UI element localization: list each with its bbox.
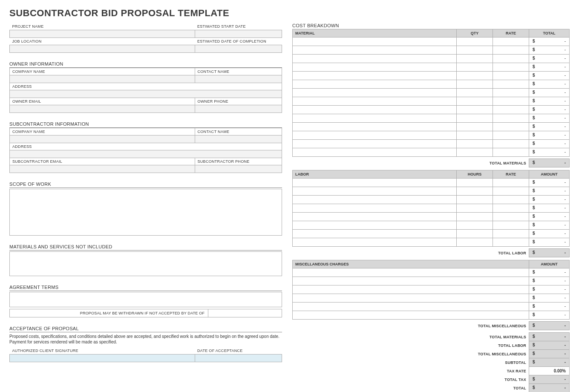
misc-desc-cell[interactable] (293, 285, 529, 294)
qty-cell[interactable] (457, 55, 493, 63)
sub-contact-input[interactable] (195, 135, 282, 143)
qty-cell[interactable] (457, 97, 493, 106)
misc-desc-cell[interactable] (293, 303, 529, 311)
material-desc-cell[interactable] (293, 123, 457, 131)
hours-cell[interactable] (457, 187, 493, 196)
agreement-input[interactable] (9, 292, 282, 307)
labor-desc-cell[interactable] (293, 196, 457, 204)
sig-date-input[interactable] (195, 355, 282, 362)
sub-email-input[interactable] (10, 165, 195, 173)
material-desc-cell[interactable] (293, 46, 457, 55)
labor-rate-cell[interactable] (493, 179, 529, 187)
rate-cell[interactable] (493, 140, 529, 148)
labor-desc-cell[interactable] (293, 179, 457, 187)
owner-phone-input[interactable] (195, 105, 282, 113)
sub-address-input[interactable] (10, 150, 282, 158)
labor-rate-cell[interactable] (493, 204, 529, 213)
qty-cell[interactable] (457, 72, 493, 80)
hours-cell[interactable] (457, 179, 493, 187)
rate-cell[interactable] (493, 131, 529, 140)
rate-cell[interactable] (493, 97, 529, 106)
misc-desc-cell[interactable] (293, 294, 529, 303)
qty-cell[interactable] (457, 63, 493, 72)
rate-cell[interactable] (493, 63, 529, 72)
project-name-input[interactable] (10, 30, 195, 38)
labor-rate-cell[interactable] (493, 238, 529, 247)
qty-cell[interactable] (457, 106, 493, 114)
table-row: $- (293, 80, 570, 89)
labor-rate-cell[interactable] (493, 221, 529, 230)
sub-company-input[interactable] (10, 135, 195, 143)
rate-cell[interactable] (493, 46, 529, 55)
qty-cell[interactable] (457, 140, 493, 148)
material-desc-cell[interactable] (293, 106, 457, 114)
labor-rate-cell[interactable] (493, 230, 529, 238)
material-desc-cell[interactable] (293, 80, 457, 89)
sub-phone-input[interactable] (195, 165, 282, 173)
owner-company-input[interactable] (10, 75, 195, 83)
owner-contact-input[interactable] (195, 75, 282, 83)
labor-desc-cell[interactable] (293, 221, 457, 230)
hours-cell[interactable] (457, 230, 493, 238)
labor-rate-cell[interactable] (493, 196, 529, 204)
rate-cell[interactable] (493, 114, 529, 123)
not-included-input[interactable] (9, 251, 282, 276)
hours-cell[interactable] (457, 221, 493, 230)
rate-cell[interactable] (493, 72, 529, 80)
withdraw-date-input[interactable] (208, 309, 282, 317)
material-desc-cell[interactable] (293, 63, 457, 72)
rate-cell[interactable] (493, 55, 529, 63)
scope-input[interactable] (9, 189, 282, 236)
labor-desc-cell[interactable] (293, 213, 457, 221)
qty-cell[interactable] (457, 89, 493, 97)
signature-input[interactable] (10, 355, 195, 362)
hours-cell[interactable] (457, 213, 493, 221)
job-location-input[interactable] (10, 45, 195, 53)
qty-cell[interactable] (457, 80, 493, 89)
material-desc-cell[interactable] (293, 55, 457, 63)
material-desc-cell[interactable] (293, 89, 457, 97)
est-start-input[interactable] (195, 30, 282, 38)
rate-cell[interactable] (493, 148, 529, 157)
labor-desc-cell[interactable] (293, 238, 457, 247)
sub-contact-label: CONTACT NAME (195, 128, 282, 135)
hours-cell[interactable] (457, 196, 493, 204)
qty-cell[interactable] (457, 37, 493, 46)
qty-cell[interactable] (457, 46, 493, 55)
qty-cell[interactable] (457, 131, 493, 140)
material-desc-cell[interactable] (293, 37, 457, 46)
material-desc-cell[interactable] (293, 72, 457, 80)
material-desc-cell[interactable] (293, 114, 457, 123)
est-complete-input[interactable] (195, 45, 282, 53)
labor-desc-cell[interactable] (293, 187, 457, 196)
labor-rate-cell[interactable] (493, 213, 529, 221)
amount-cell: $- (529, 148, 570, 157)
hours-cell[interactable] (457, 204, 493, 213)
hours-cell[interactable] (457, 238, 493, 247)
rate-cell[interactable] (493, 106, 529, 114)
misc-desc-cell[interactable] (293, 268, 529, 277)
rate-cell[interactable] (493, 37, 529, 46)
sub-company-label: COMPANY NAME (10, 128, 195, 135)
qty-cell[interactable] (457, 123, 493, 131)
owner-address-input[interactable] (10, 90, 282, 98)
labor-rate-cell[interactable] (493, 187, 529, 196)
labor-desc-cell[interactable] (293, 230, 457, 238)
rate-cell[interactable] (493, 89, 529, 97)
material-desc-cell[interactable] (293, 140, 457, 148)
material-desc-cell[interactable] (293, 131, 457, 140)
rate-cell[interactable] (493, 80, 529, 89)
misc-desc-cell[interactable] (293, 277, 529, 285)
cost-breakdown-heading: COST BREAKDOWN (292, 23, 570, 28)
amount-cell: $- (529, 89, 570, 97)
rate-cell[interactable] (493, 123, 529, 131)
material-desc-cell[interactable] (293, 148, 457, 157)
qty-cell[interactable] (457, 114, 493, 123)
owner-email-input[interactable] (10, 105, 195, 113)
tax-rate-value[interactable]: 0.00% (529, 367, 570, 375)
qty-cell[interactable] (457, 148, 493, 157)
amount-cell: $- (529, 106, 570, 114)
misc-desc-cell[interactable] (293, 311, 529, 320)
material-desc-cell[interactable] (293, 97, 457, 106)
labor-desc-cell[interactable] (293, 204, 457, 213)
